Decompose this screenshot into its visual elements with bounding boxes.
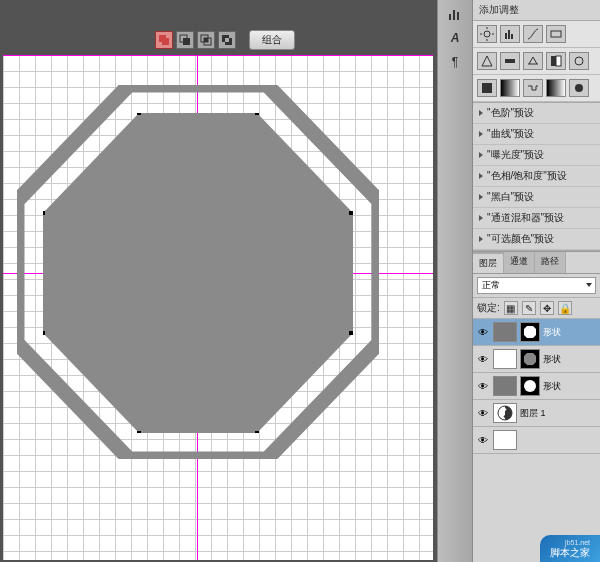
preset-item[interactable]: "通道混和器"预设 bbox=[473, 208, 600, 229]
layer-row[interactable]: 👁 bbox=[473, 427, 600, 454]
brightness-icon[interactable] bbox=[477, 25, 497, 43]
vector-mask-icon[interactable] bbox=[520, 376, 540, 396]
preset-label: "曲线"预设 bbox=[487, 127, 534, 141]
tab-layers[interactable]: 图层 bbox=[473, 252, 504, 273]
lock-label: 锁定: bbox=[477, 301, 500, 315]
canvas[interactable] bbox=[3, 55, 433, 560]
layer-row[interactable]: 👁 形状 bbox=[473, 319, 600, 346]
visibility-icon[interactable]: 👁 bbox=[476, 352, 490, 366]
vector-mask-icon[interactable] bbox=[520, 322, 540, 342]
visibility-icon[interactable]: 👁 bbox=[476, 406, 490, 420]
svg-rect-18 bbox=[43, 331, 45, 335]
pathfinder-intersect-icon[interactable] bbox=[197, 31, 215, 49]
histogram-icon[interactable] bbox=[447, 6, 463, 22]
watermark: jb51.net 脚本之家 bbox=[540, 535, 600, 562]
invert-icon[interactable] bbox=[477, 79, 497, 97]
adjustments-title: 添加调整 bbox=[473, 0, 600, 21]
vibrance-icon[interactable] bbox=[477, 52, 497, 70]
layer-thumb[interactable] bbox=[493, 430, 517, 450]
preset-item[interactable]: "色相/饱和度"预设 bbox=[473, 166, 600, 187]
preset-item[interactable]: "曲线"预设 bbox=[473, 124, 600, 145]
svg-point-37 bbox=[504, 408, 507, 411]
bw-icon[interactable] bbox=[546, 52, 566, 70]
svg-rect-17 bbox=[137, 431, 141, 433]
pathfinder-exclude-icon[interactable] bbox=[218, 31, 236, 49]
preset-label: "可选颜色"预设 bbox=[487, 232, 554, 246]
balance-icon[interactable] bbox=[523, 52, 543, 70]
svg-point-30 bbox=[575, 57, 583, 65]
lock-transparent-icon[interactable]: ▦ bbox=[504, 301, 518, 315]
photofilter-icon[interactable] bbox=[569, 52, 589, 70]
layer-thumb[interactable] bbox=[493, 322, 517, 342]
tab-paths[interactable]: 路径 bbox=[535, 252, 566, 273]
hue-icon[interactable] bbox=[500, 52, 520, 70]
panel-tabs: 图层 通道 路径 bbox=[473, 251, 600, 274]
presets-list: "色阶"预设 "曲线"预设 "曝光度"预设 "色相/饱和度"预设 "黑白"预设 … bbox=[473, 102, 600, 251]
visibility-icon[interactable]: 👁 bbox=[476, 325, 490, 339]
pathfinder-subtract-icon[interactable] bbox=[176, 31, 194, 49]
svg-point-35 bbox=[524, 380, 536, 392]
vector-mask-icon[interactable] bbox=[520, 349, 540, 369]
posterize-icon[interactable] bbox=[500, 79, 520, 97]
svg-rect-3 bbox=[183, 38, 190, 45]
pathfinder-unite-icon[interactable] bbox=[155, 31, 173, 49]
disclosure-icon bbox=[479, 194, 483, 200]
lock-row: 锁定: ▦ ✎ ✥ 🔒 bbox=[473, 298, 600, 319]
svg-marker-34 bbox=[524, 353, 536, 365]
disclosure-icon bbox=[479, 152, 483, 158]
disclosure-icon bbox=[479, 110, 483, 116]
visibility-icon[interactable]: 👁 bbox=[476, 379, 490, 393]
layer-name: 形状 bbox=[543, 380, 561, 393]
lock-position-icon[interactable]: ✥ bbox=[540, 301, 554, 315]
selcolor-icon[interactable] bbox=[569, 79, 589, 97]
lock-all-icon[interactable]: 🔒 bbox=[558, 301, 572, 315]
svg-rect-14 bbox=[349, 211, 353, 215]
svg-rect-25 bbox=[551, 31, 561, 37]
side-rail: A ¶ bbox=[437, 0, 473, 562]
layer-thumb[interactable] bbox=[493, 403, 517, 423]
preset-label: "色相/饱和度"预设 bbox=[487, 169, 567, 183]
combine-button[interactable]: 组合 bbox=[249, 30, 295, 50]
svg-rect-9 bbox=[225, 38, 229, 42]
layer-thumb[interactable] bbox=[493, 349, 517, 369]
preset-label: "色阶"预设 bbox=[487, 106, 534, 120]
guide-horizontal[interactable] bbox=[3, 55, 433, 56]
svg-point-32 bbox=[575, 84, 583, 92]
layer-row[interactable]: 👁 形状 bbox=[473, 373, 600, 400]
layer-name: 图层 1 bbox=[520, 407, 546, 420]
preset-item[interactable]: "黑白"预设 bbox=[473, 187, 600, 208]
curves-icon[interactable] bbox=[523, 25, 543, 43]
preset-item[interactable]: "可选颜色"预设 bbox=[473, 229, 600, 250]
layer-name: 形状 bbox=[543, 353, 561, 366]
exposure-icon[interactable] bbox=[546, 25, 566, 43]
svg-rect-15 bbox=[349, 331, 353, 335]
visibility-icon[interactable]: 👁 bbox=[476, 433, 490, 447]
svg-rect-16 bbox=[255, 431, 259, 433]
layer-row[interactable]: 👁 形状 bbox=[473, 346, 600, 373]
adjustments-row-2 bbox=[473, 48, 600, 75]
svg-rect-26 bbox=[505, 59, 515, 63]
svg-rect-13 bbox=[255, 113, 259, 115]
preset-item[interactable]: "曝光度"预设 bbox=[473, 145, 600, 166]
character-panel-icon[interactable]: A bbox=[447, 30, 463, 46]
preset-item[interactable]: "色阶"预设 bbox=[473, 103, 600, 124]
levels-icon[interactable] bbox=[500, 25, 520, 43]
watermark-url: jb51.net bbox=[550, 539, 590, 546]
svg-rect-31 bbox=[482, 83, 492, 93]
layer-name: 形状 bbox=[543, 326, 561, 339]
svg-point-20 bbox=[484, 31, 490, 37]
preset-label: "黑白"预设 bbox=[487, 190, 534, 204]
tab-channels[interactable]: 通道 bbox=[504, 252, 535, 273]
svg-rect-28 bbox=[551, 56, 556, 66]
layer-row[interactable]: 👁 图层 1 bbox=[473, 400, 600, 427]
svg-marker-33 bbox=[524, 326, 536, 338]
shape-octagon-inner[interactable] bbox=[43, 113, 353, 433]
gradmap-icon[interactable] bbox=[546, 79, 566, 97]
layer-thumb[interactable] bbox=[493, 376, 517, 396]
adjustments-row-1 bbox=[473, 21, 600, 48]
svg-point-38 bbox=[504, 415, 507, 418]
blend-mode-select[interactable]: 正常 bbox=[477, 277, 596, 294]
paragraph-panel-icon[interactable]: ¶ bbox=[447, 54, 463, 70]
threshold-icon[interactable] bbox=[523, 79, 543, 97]
lock-pixels-icon[interactable]: ✎ bbox=[522, 301, 536, 315]
